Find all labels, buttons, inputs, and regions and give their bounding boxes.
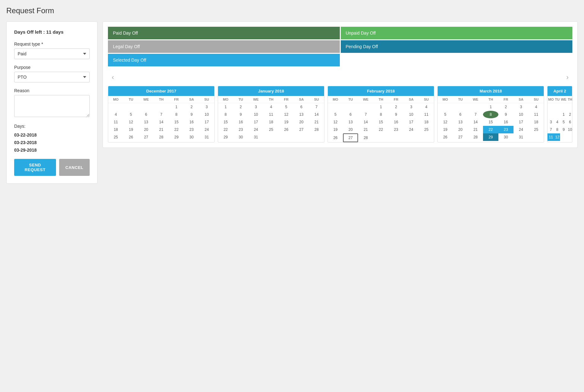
day-12[interactable]: 12: [438, 118, 453, 126]
day-26[interactable]: 26: [438, 133, 453, 141]
day-6[interactable]: 6: [453, 111, 468, 118]
day-2[interactable]: 2: [498, 103, 514, 111]
day-27[interactable]: 27: [343, 133, 358, 142]
prev-arrow[interactable]: ‹: [109, 72, 116, 83]
day-3[interactable]: 3: [404, 103, 419, 111]
next-arrow[interactable]: ›: [564, 72, 571, 83]
day-4[interactable]: 4: [263, 103, 278, 111]
day-2[interactable]: 2: [184, 103, 199, 111]
day-10[interactable]: 10: [567, 126, 572, 133]
day-2[interactable]: 2: [233, 103, 248, 111]
day-26[interactable]: 26: [328, 133, 343, 142]
day-3[interactable]: 3: [548, 118, 554, 126]
day-10[interactable]: 10: [248, 111, 263, 118]
day-3[interactable]: 3: [248, 103, 263, 111]
day-11[interactable]: 11: [529, 111, 544, 118]
day-24[interactable]: 24: [404, 126, 419, 133]
day-16[interactable]: 16: [498, 118, 514, 126]
day-13[interactable]: 13: [294, 111, 309, 118]
day-22[interactable]: 22: [169, 126, 184, 133]
day-18[interactable]: 18: [263, 118, 278, 126]
day-5[interactable]: 5: [438, 111, 453, 118]
day-19[interactable]: 19: [328, 126, 343, 133]
day-7[interactable]: 7: [309, 103, 324, 111]
day-24[interactable]: 24: [248, 126, 263, 133]
day-10[interactable]: 10: [514, 111, 529, 118]
day-15[interactable]: 15: [169, 118, 184, 126]
day-24[interactable]: 24: [514, 126, 529, 133]
day-11[interactable]: 11: [419, 111, 434, 118]
cancel-button[interactable]: CANCEL: [59, 159, 90, 176]
day-17[interactable]: 17: [404, 118, 419, 126]
day-30[interactable]: 30: [233, 133, 248, 141]
day-4[interactable]: 4: [108, 111, 123, 118]
day-17[interactable]: 17: [514, 118, 529, 126]
day-7[interactable]: 7: [468, 111, 483, 118]
day-5[interactable]: 5: [123, 111, 138, 118]
day-9[interactable]: 9: [184, 111, 199, 118]
day-11[interactable]: 11: [263, 111, 278, 118]
day-29[interactable]: 29: [169, 133, 184, 141]
day-31[interactable]: 31: [514, 133, 529, 141]
day-1[interactable]: 1: [483, 103, 498, 111]
day-11[interactable]: 11: [548, 133, 554, 141]
day-14[interactable]: 14: [468, 118, 483, 126]
day-3[interactable]: 3: [199, 103, 214, 111]
day-23[interactable]: 23: [498, 126, 514, 133]
day-8[interactable]: 8: [373, 111, 388, 118]
day-7[interactable]: 7: [358, 111, 373, 118]
day-31[interactable]: 31: [248, 133, 263, 141]
day-5[interactable]: 5: [560, 118, 567, 126]
day-11[interactable]: 11: [108, 118, 123, 126]
day-6[interactable]: 6: [343, 111, 358, 118]
send-request-button[interactable]: SEND REQUEST: [14, 159, 56, 176]
day-20[interactable]: 20: [138, 126, 154, 133]
day-16[interactable]: 16: [184, 118, 199, 126]
day-14[interactable]: 14: [154, 118, 169, 126]
day-4[interactable]: 4: [554, 118, 560, 126]
day-25[interactable]: 25: [108, 133, 123, 141]
day-4[interactable]: 4: [419, 103, 434, 111]
day-20[interactable]: 20: [453, 126, 468, 133]
day-13[interactable]: 13: [138, 118, 154, 126]
day-8[interactable]: 8: [483, 111, 498, 118]
day-13[interactable]: 13: [343, 118, 358, 126]
day-28[interactable]: 28: [468, 133, 483, 141]
day-21[interactable]: 21: [468, 126, 483, 133]
day-26[interactable]: 26: [123, 133, 138, 141]
day-14[interactable]: 14: [358, 118, 373, 126]
day-21[interactable]: 21: [358, 126, 373, 133]
day-15[interactable]: 15: [373, 118, 388, 126]
day-30[interactable]: 30: [498, 133, 514, 141]
day-25[interactable]: 25: [419, 126, 434, 133]
day-7[interactable]: 7: [154, 111, 169, 118]
day-17[interactable]: 17: [248, 118, 263, 126]
day-12[interactable]: 12: [328, 118, 343, 126]
day-1[interactable]: 1: [373, 103, 388, 111]
day-8[interactable]: 8: [218, 111, 233, 118]
day-25[interactable]: 25: [263, 126, 278, 133]
day-15[interactable]: 15: [483, 118, 498, 126]
day-6[interactable]: 6: [567, 118, 572, 126]
day-1[interactable]: 1: [560, 111, 567, 118]
day-10[interactable]: 10: [404, 111, 419, 118]
day-19[interactable]: 19: [123, 126, 138, 133]
day-9[interactable]: 9: [498, 111, 514, 118]
day-29[interactable]: 29: [218, 133, 233, 141]
reason-textarea[interactable]: [14, 95, 90, 117]
day-9[interactable]: 9: [233, 111, 248, 118]
day-28[interactable]: 28: [358, 133, 373, 142]
day-20[interactable]: 20: [294, 118, 309, 126]
day-8[interactable]: 8: [554, 126, 560, 133]
day-12[interactable]: 12: [123, 118, 138, 126]
request-type-select[interactable]: Paid Unpaid Legal: [14, 48, 90, 59]
day-1[interactable]: 1: [169, 103, 184, 111]
day-12[interactable]: 12: [554, 133, 560, 141]
day-5[interactable]: 5: [279, 103, 294, 111]
day-10[interactable]: 10: [199, 111, 214, 118]
day-18[interactable]: 18: [529, 118, 544, 126]
day-18[interactable]: 18: [108, 126, 123, 133]
day-2[interactable]: 2: [389, 103, 404, 111]
day-22[interactable]: 22: [483, 126, 498, 133]
day-15[interactable]: 15: [218, 118, 233, 126]
